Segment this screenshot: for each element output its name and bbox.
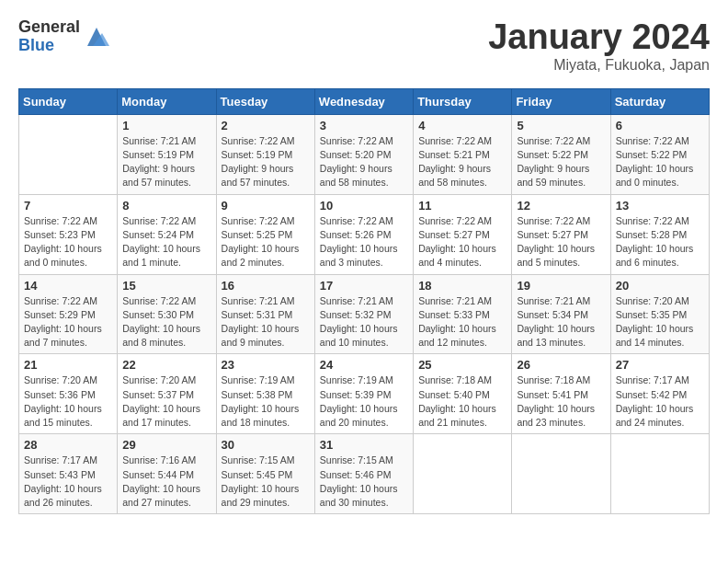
calendar-cell: 28Sunrise: 7:17 AMSunset: 5:43 PMDayligh…	[19, 434, 118, 514]
calendar-cell: 12Sunrise: 7:22 AMSunset: 5:27 PMDayligh…	[512, 194, 610, 274]
calendar-cell: 3Sunrise: 7:22 AMSunset: 5:20 PMDaylight…	[314, 114, 413, 194]
day-info: Sunrise: 7:18 AMSunset: 5:41 PMDaylight:…	[517, 373, 605, 430]
calendar-cell: 8Sunrise: 7:22 AMSunset: 5:24 PMDaylight…	[118, 194, 216, 274]
calendar-cell: 7Sunrise: 7:22 AMSunset: 5:23 PMDaylight…	[19, 194, 118, 274]
calendar-cell: 15Sunrise: 7:22 AMSunset: 5:30 PMDayligh…	[118, 274, 216, 354]
day-number: 16	[222, 279, 310, 293]
calendar-cell: 16Sunrise: 7:21 AMSunset: 5:31 PMDayligh…	[216, 274, 314, 354]
calendar-cell: 29Sunrise: 7:16 AMSunset: 5:44 PMDayligh…	[118, 434, 216, 514]
day-info: Sunrise: 7:22 AMSunset: 5:30 PMDaylight:…	[122, 294, 210, 350]
day-number: 2	[222, 119, 310, 132]
weekday-header-friday: Friday	[512, 88, 610, 114]
calendar-week-3: 14Sunrise: 7:22 AMSunset: 5:29 PMDayligh…	[19, 274, 710, 354]
day-info: Sunrise: 7:21 AMSunset: 5:33 PMDaylight:…	[418, 294, 506, 350]
title-block: January 2024 Miyata, Fukuoka, Japan	[488, 18, 710, 74]
weekday-header-thursday: Thursday	[414, 88, 512, 114]
weekday-header-wednesday: Wednesday	[314, 88, 413, 114]
day-info: Sunrise: 7:17 AMSunset: 5:43 PMDaylight:…	[24, 454, 112, 510]
day-number: 10	[320, 199, 408, 213]
location: Miyata, Fukuoka, Japan	[488, 57, 710, 74]
day-info: Sunrise: 7:21 AMSunset: 5:32 PMDaylight:…	[320, 294, 408, 350]
calendar-cell: 25Sunrise: 7:18 AMSunset: 5:40 PMDayligh…	[414, 354, 512, 434]
day-info: Sunrise: 7:22 AMSunset: 5:21 PMDaylight:…	[418, 134, 506, 190]
calendar-cell: 24Sunrise: 7:19 AMSunset: 5:39 PMDayligh…	[314, 354, 413, 434]
day-number: 13	[616, 199, 704, 213]
logo-general-text: General	[18, 18, 80, 37]
day-number: 30	[222, 438, 310, 452]
day-info: Sunrise: 7:20 AMSunset: 5:36 PMDaylight:…	[24, 373, 112, 430]
day-info: Sunrise: 7:20 AMSunset: 5:35 PMDaylight:…	[616, 294, 704, 350]
day-number: 18	[418, 279, 506, 293]
weekday-header-tuesday: Tuesday	[216, 88, 314, 114]
calendar-week-4: 21Sunrise: 7:20 AMSunset: 5:36 PMDayligh…	[19, 354, 710, 434]
day-info: Sunrise: 7:15 AMSunset: 5:45 PMDaylight:…	[222, 454, 310, 510]
day-info: Sunrise: 7:22 AMSunset: 5:20 PMDaylight:…	[320, 134, 408, 190]
day-number: 19	[517, 279, 605, 293]
logo-blue-text: Blue	[18, 37, 80, 55]
calendar-cell: 17Sunrise: 7:21 AMSunset: 5:32 PMDayligh…	[314, 274, 413, 354]
day-info: Sunrise: 7:20 AMSunset: 5:37 PMDaylight:…	[122, 373, 210, 430]
calendar-cell: 4Sunrise: 7:22 AMSunset: 5:21 PMDaylight…	[414, 114, 512, 194]
calendar-cell: 11Sunrise: 7:22 AMSunset: 5:27 PMDayligh…	[414, 194, 512, 274]
day-number: 25	[418, 358, 506, 372]
calendar-cell: 6Sunrise: 7:22 AMSunset: 5:22 PMDaylight…	[610, 114, 709, 194]
calendar-cell: 31Sunrise: 7:15 AMSunset: 5:46 PMDayligh…	[314, 434, 413, 514]
day-number: 1	[122, 119, 210, 132]
day-info: Sunrise: 7:21 AMSunset: 5:31 PMDaylight:…	[222, 294, 310, 350]
day-info: Sunrise: 7:22 AMSunset: 5:23 PMDaylight:…	[24, 214, 112, 270]
logo: General Blue	[18, 18, 109, 55]
day-number: 29	[122, 438, 210, 452]
day-number: 28	[24, 438, 112, 452]
calendar-cell	[414, 434, 512, 514]
day-info: Sunrise: 7:22 AMSunset: 5:28 PMDaylight:…	[616, 214, 704, 270]
calendar-cell: 18Sunrise: 7:21 AMSunset: 5:33 PMDayligh…	[414, 274, 512, 354]
day-info: Sunrise: 7:22 AMSunset: 5:22 PMDaylight:…	[616, 134, 704, 190]
day-info: Sunrise: 7:22 AMSunset: 5:25 PMDaylight:…	[222, 214, 310, 270]
logo-icon	[84, 24, 109, 50]
weekday-header-saturday: Saturday	[610, 88, 709, 114]
day-number: 14	[24, 279, 112, 293]
calendar-cell: 26Sunrise: 7:18 AMSunset: 5:41 PMDayligh…	[512, 354, 610, 434]
calendar-cell: 23Sunrise: 7:19 AMSunset: 5:38 PMDayligh…	[216, 354, 314, 434]
day-number: 11	[418, 199, 506, 213]
calendar-cell: 9Sunrise: 7:22 AMSunset: 5:25 PMDaylight…	[216, 194, 314, 274]
day-info: Sunrise: 7:19 AMSunset: 5:38 PMDaylight:…	[222, 373, 310, 430]
day-info: Sunrise: 7:18 AMSunset: 5:40 PMDaylight:…	[418, 373, 506, 430]
day-number: 5	[517, 119, 605, 132]
day-info: Sunrise: 7:22 AMSunset: 5:24 PMDaylight:…	[122, 214, 210, 270]
calendar-cell: 14Sunrise: 7:22 AMSunset: 5:29 PMDayligh…	[19, 274, 118, 354]
calendar-table: SundayMondayTuesdayWednesdayThursdayFrid…	[18, 88, 710, 514]
calendar-cell: 22Sunrise: 7:20 AMSunset: 5:37 PMDayligh…	[118, 354, 216, 434]
calendar-cell	[610, 434, 709, 514]
day-info: Sunrise: 7:16 AMSunset: 5:44 PMDaylight:…	[122, 454, 210, 510]
calendar-week-5: 28Sunrise: 7:17 AMSunset: 5:43 PMDayligh…	[19, 434, 710, 514]
day-info: Sunrise: 7:22 AMSunset: 5:22 PMDaylight:…	[517, 134, 605, 190]
day-info: Sunrise: 7:22 AMSunset: 5:19 PMDaylight:…	[222, 134, 310, 190]
day-number: 12	[517, 199, 605, 213]
day-info: Sunrise: 7:22 AMSunset: 5:29 PMDaylight:…	[24, 294, 112, 350]
day-number: 7	[24, 199, 112, 213]
calendar-cell: 27Sunrise: 7:17 AMSunset: 5:42 PMDayligh…	[610, 354, 709, 434]
weekday-header-sunday: Sunday	[19, 88, 118, 114]
calendar-cell: 5Sunrise: 7:22 AMSunset: 5:22 PMDaylight…	[512, 114, 610, 194]
calendar-week-1: 1Sunrise: 7:21 AMSunset: 5:19 PMDaylight…	[19, 114, 710, 194]
day-number: 27	[616, 358, 704, 372]
day-number: 20	[616, 279, 704, 293]
day-number: 8	[122, 199, 210, 213]
day-number: 22	[122, 358, 210, 372]
calendar-cell: 30Sunrise: 7:15 AMSunset: 5:45 PMDayligh…	[216, 434, 314, 514]
month-title: January 2024	[488, 18, 710, 57]
weekday-header-monday: Monday	[118, 88, 216, 114]
day-number: 9	[222, 199, 310, 213]
day-number: 31	[320, 438, 408, 452]
calendar-cell: 10Sunrise: 7:22 AMSunset: 5:26 PMDayligh…	[314, 194, 413, 274]
day-number: 6	[616, 119, 704, 132]
day-number: 4	[418, 119, 506, 132]
day-info: Sunrise: 7:21 AMSunset: 5:34 PMDaylight:…	[517, 294, 605, 350]
day-number: 26	[517, 358, 605, 372]
day-number: 15	[122, 279, 210, 293]
day-number: 3	[320, 119, 408, 132]
calendar-cell: 13Sunrise: 7:22 AMSunset: 5:28 PMDayligh…	[610, 194, 709, 274]
calendar-cell	[19, 114, 118, 194]
day-number: 17	[320, 279, 408, 293]
